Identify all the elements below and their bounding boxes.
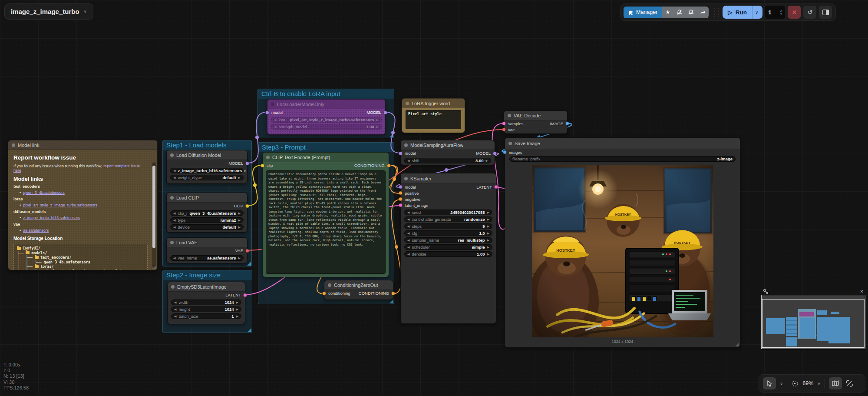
widget-height[interactable]: ◀height1024▶ [171, 306, 241, 312]
pointer-tool-chevron[interactable]: ∨ [780, 382, 783, 386]
widget-unet-name[interactable]: ◀z_image_turbo_bf16.safetensors▶ [170, 168, 244, 173]
increment-icon[interactable]: ▶ [236, 306, 238, 312]
clear-queue-button[interactable]: ✕ [788, 6, 801, 19]
minimap-close-icon[interactable]: ✕ [860, 289, 864, 294]
widget-cfg[interactable]: ◀cfg1.0▶ [404, 230, 492, 236]
widget-control-after-generate[interactable]: ◀control after generaterandomize▶ [404, 216, 492, 222]
collapse-dot[interactable] [170, 241, 174, 244]
minimap-toggle-button[interactable] [829, 377, 842, 389]
increment-icon[interactable]: ▶ [487, 244, 489, 250]
widget-steps[interactable]: ◀steps9▶ [404, 223, 492, 229]
output-port-clip[interactable] [245, 204, 249, 208]
group-title-step3[interactable]: Step3 - Prompt [258, 143, 394, 152]
toggle-links-icon[interactable] [846, 380, 853, 387]
output-port-vae[interactable] [245, 249, 249, 253]
increment-icon[interactable]: ▶ [487, 210, 489, 215]
output-port-latent[interactable] [243, 293, 247, 297]
output-port-conditioning[interactable] [391, 291, 395, 295]
decrement-icon[interactable]: ◀ [173, 168, 175, 173]
collapse-dot[interactable] [266, 156, 270, 159]
node-lora-trigger-word[interactable]: LoRA trigger word Pixel art style [402, 98, 465, 133]
node-header[interactable]: LoRA trigger word [402, 99, 465, 108]
input-port-negative[interactable] [399, 197, 403, 201]
group-resize-handle[interactable] [389, 299, 393, 303]
node-header[interactable]: KSampler [401, 173, 496, 184]
minimap-viewport[interactable] [762, 299, 865, 348]
increment-icon[interactable]: ▶ [238, 224, 241, 230]
decrement-icon[interactable]: ◀ [407, 244, 409, 250]
bell-slash-icon[interactable] [685, 7, 697, 18]
collapse-dot[interactable] [404, 177, 408, 180]
collapse-dot[interactable] [406, 102, 409, 105]
batch-count-input[interactable]: 1 ∧ ∨ [765, 6, 785, 19]
node-header[interactable]: Load CLIP [167, 193, 247, 203]
widget-filename-prefix[interactable]: filename_prefixz-image [509, 156, 736, 162]
input-port-images[interactable] [503, 150, 507, 154]
increment-icon[interactable]: ▶ [238, 175, 241, 180]
model-download-link[interactable]: ae.safetensors [23, 228, 49, 233]
decrement-icon[interactable]: ◀ [173, 224, 175, 230]
collapse-dot[interactable] [404, 143, 408, 147]
node-header[interactable]: VAE Decode [504, 111, 567, 120]
node-resize-handle[interactable] [152, 265, 156, 269]
pointer-tool-button[interactable] [763, 377, 776, 389]
decrement-icon[interactable]: ◀ [173, 175, 175, 180]
node-lora-loader-model-only[interactable]: LoraLoaderModelOnly model MODEL ◀lora_ …… [267, 99, 386, 135]
scrollbar-thumb[interactable] [152, 166, 155, 248]
widget-weight-dtype[interactable]: ◀weight_dtypedefault▶ [170, 175, 244, 180]
node-load-vae[interactable]: Load VAE VAE ◀vae_nameae.safetensors▶ [166, 237, 248, 263]
decrement-icon[interactable]: ◀ [407, 158, 409, 163]
decrement-icon[interactable]: ◀ [407, 216, 409, 222]
node-header[interactable]: LoraLoaderModelOnly [267, 100, 385, 109]
decrement-icon[interactable]: ◀ [407, 230, 409, 236]
decrement-icon[interactable]: ◀ [174, 306, 176, 312]
collapse-dot[interactable] [170, 196, 174, 200]
node-header[interactable]: Save Image [505, 138, 740, 149]
output-port-model[interactable] [493, 151, 497, 155]
drag-handle[interactable]: ⋮⋮⋮⋮ [712, 8, 719, 17]
increment-icon[interactable]: ▶ [487, 251, 489, 257]
prompt-textarea[interactable]: Photorealistic documentary photo inside … [266, 170, 386, 274]
decrement-icon[interactable]: ◀ [173, 255, 175, 261]
input-port-conditioning[interactable] [322, 291, 326, 295]
trigger-word-textarea[interactable]: Pixel art style [406, 110, 461, 129]
star-icon[interactable]: ★ [662, 7, 673, 18]
increment-icon[interactable]: ▶ [238, 217, 241, 223]
widget-shift[interactable]: ◀shift3.00▶ [404, 158, 491, 163]
minimap-anchor-icon[interactable] [763, 289, 768, 294]
collapse-dot[interactable] [508, 142, 512, 145]
node-header[interactable]: ConditioningZeroOut [324, 280, 393, 290]
decrement-icon[interactable]: ◀ [173, 217, 175, 223]
widget-vae-name[interactable]: ◀vae_nameae.safetensors▶ [170, 255, 244, 261]
increment-icon[interactable]: ▶ [376, 124, 379, 130]
collapse-dot[interactable] [171, 285, 175, 289]
node-vae-decode[interactable]: VAE Decode samples IMAGE vae [504, 110, 568, 134]
decrement-icon[interactable]: ◀ [173, 210, 175, 216]
input-port-model[interactable] [399, 185, 403, 189]
group-title-lora[interactable]: Ctrl-B to enable LoRA input [258, 89, 394, 99]
bell-slash-icon[interactable] [673, 7, 685, 18]
output-port-conditioning[interactable] [387, 163, 391, 167]
count-increment-icon[interactable]: ∧ [780, 9, 782, 12]
node-conditioning-zero-out[interactable]: ConditioningZeroOut conditioning CONDITI… [324, 280, 393, 300]
increment-icon[interactable]: ▶ [487, 230, 489, 236]
widget-device[interactable]: ◀devicedefault▶ [170, 224, 244, 230]
node-clip-text-encode[interactable]: CLIP Text Encode (Prompt) clip CONDITION… [262, 152, 389, 277]
widget-seed[interactable]: ◀seed245934020017088▶ [404, 210, 492, 215]
widget-type[interactable]: ◀typelumina2▶ [170, 217, 244, 223]
decrement-icon[interactable]: ◀ [407, 251, 409, 257]
node-save-image[interactable]: Save Image images filename_prefixz-image [505, 137, 740, 348]
input-port-latent-image[interactable] [399, 203, 403, 207]
widget-scheduler[interactable]: ◀schedulersimple▶ [404, 244, 492, 250]
input-port-model[interactable] [399, 151, 403, 155]
increment-icon[interactable]: ▶ [244, 168, 246, 173]
widget-denoise[interactable]: ◀denoise1.00▶ [404, 251, 492, 257]
widget-sampler-name[interactable]: ◀sampler_nameres_multistep▶ [404, 237, 492, 243]
node-ksampler[interactable]: KSampler model LATENT positive negative … [400, 173, 496, 324]
increment-icon[interactable]: ▶ [487, 216, 489, 222]
node-header[interactable]: CLIP Text Encode (Prompt) [263, 153, 389, 162]
zoom-chevron[interactable]: ∨ [817, 382, 820, 386]
node-model-link[interactable]: Model link Report workflow issue If you … [8, 140, 158, 270]
history-button[interactable]: ↺ [803, 6, 816, 19]
group-title-step2[interactable]: Step2 - Image size [163, 270, 252, 280]
